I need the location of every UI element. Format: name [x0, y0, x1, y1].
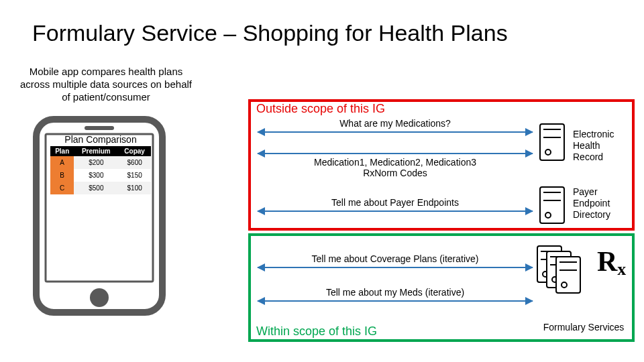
table-row: A $200 $600 [50, 156, 151, 169]
col-plan: Plan [50, 146, 74, 156]
col-premium: Premium [74, 146, 118, 156]
arrow-label: Tell me about Payer Endpoints [278, 197, 513, 208]
arrow-label: Tell me about Coverage Plans (iterative) [278, 253, 513, 264]
within-scope-label: Within scope of this IG [256, 324, 377, 339]
server-ehr-icon [539, 123, 565, 161]
formulary-label: Formulary Services [537, 322, 631, 333]
arrow-my-meds: Tell me about my Meds (iterative) [258, 300, 533, 302]
plan-table: Plan Premium Copay A $200 $600 B $300 $1… [50, 146, 151, 194]
svg-rect-1 [85, 126, 114, 130]
arrow-meds-request: What are my Medications? [258, 131, 533, 133]
server-payer-icon [539, 186, 565, 224]
plan-comparison-title: Plan Comparison [50, 134, 151, 145]
table-row: B $300 $150 [50, 169, 151, 182]
ehr-label: Electronic Health Record [573, 129, 631, 162]
col-copay: Copay [118, 146, 151, 156]
arrow-coverage-plans: Tell me about Coverage Plans (iterative) [258, 267, 533, 268]
arrow-label: Tell me about my Meds (iterative) [278, 287, 513, 298]
rx-icon: Rx [597, 245, 626, 280]
payer-label: Payer Endpoint Directory [573, 186, 631, 220]
table-row: C $500 $100 [50, 182, 151, 194]
phone-screen-content: Plan Comparison Plan Premium Copay A $20… [50, 133, 151, 194]
arrow-label: Medication1, Medication2, Medication3RxN… [278, 157, 513, 178]
outside-scope-label: Outside scope of this IG [256, 102, 385, 116]
svg-point-3 [90, 288, 109, 307]
arrow-label: What are my Medications? [278, 118, 513, 129]
mobile-caption: Mobile app compares health plans across … [19, 66, 193, 103]
arrow-payer-request: Tell me about Payer Endpoints [258, 210, 533, 212]
arrow-meds-response: Medication1, Medication2, Medication3RxN… [258, 153, 533, 154]
page-title: Formulary Service – Shopping for Health … [32, 20, 508, 46]
